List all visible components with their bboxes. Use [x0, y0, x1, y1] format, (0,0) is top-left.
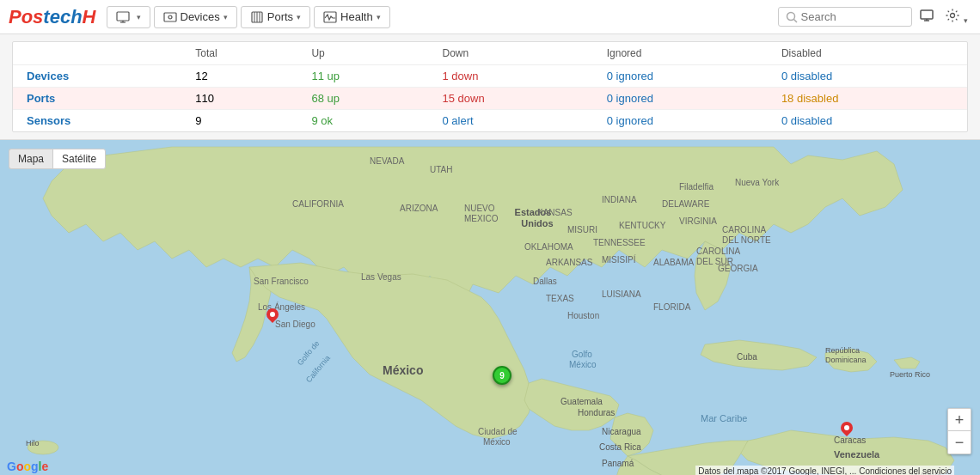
- search-box: [778, 7, 912, 27]
- svg-text:TENNESSEE: TENNESSEE: [593, 238, 646, 247]
- svg-text:San Diego: San Diego: [275, 320, 315, 329]
- col-header-disabled: Disabled: [768, 42, 967, 65]
- svg-text:San Francisco: San Francisco: [254, 277, 309, 286]
- svg-text:VIRGINIA: VIRGINIA: [679, 216, 717, 226]
- svg-text:México: México: [569, 360, 597, 369]
- sensors-row-label[interactable]: Sensors: [13, 110, 181, 132]
- svg-text:Ciudad de: Ciudad de: [478, 427, 518, 436]
- devices-up[interactable]: 11 up: [297, 65, 428, 88]
- ports-disabled[interactable]: 18 disabled: [768, 88, 967, 110]
- svg-text:Dallas: Dallas: [533, 277, 557, 286]
- status-panel: Total Up Down Ignored Disabled Devices 1…: [12, 41, 968, 132]
- zoom-in-button[interactable]: +: [948, 409, 971, 431]
- pin-count-badge: 9: [493, 366, 511, 385]
- map-svg: Estados Unidos NEVADA UTAH CALIFORNIA AR…: [0, 140, 980, 475]
- svg-text:DEL NORTE: DEL NORTE: [722, 235, 771, 245]
- svg-text:Nicaragua: Nicaragua: [602, 427, 641, 436]
- map-tab-mapa[interactable]: Mapa: [9, 149, 52, 169]
- svg-text:Cuba: Cuba: [737, 352, 757, 362]
- svg-text:NEVADA: NEVADA: [370, 156, 405, 166]
- svg-text:República: República: [825, 346, 860, 355]
- sensors-down[interactable]: 0 alert: [429, 110, 593, 132]
- svg-text:ARIZONA: ARIZONA: [400, 204, 438, 213]
- map-tab-satelite[interactable]: Satélite: [52, 149, 106, 169]
- svg-rect-12: [921, 10, 933, 19]
- sensors-total: 9: [181, 110, 297, 132]
- svg-text:Hilo: Hilo: [26, 439, 40, 448]
- ports-nav-label: Ports: [267, 10, 293, 23]
- sensors-up[interactable]: 9 ok: [297, 110, 428, 132]
- svg-rect-3: [164, 13, 176, 21]
- svg-text:México: México: [483, 437, 511, 447]
- ports-chevron: ▾: [297, 13, 301, 21]
- table-row-devices: Devices 12 11 up 1 down 0 ignored 0 disa…: [13, 65, 967, 88]
- table-row-sensors: Sensors 9 9 ok 0 alert 0 ignored 0 disab…: [13, 110, 967, 132]
- devices-disabled[interactable]: 0 disabled: [768, 65, 967, 88]
- svg-text:ALABAMA: ALABAMA: [653, 258, 695, 267]
- ports-dropdown[interactable]: Ports ▾: [241, 6, 310, 28]
- svg-text:Panamá: Panamá: [602, 459, 634, 468]
- svg-text:DELAWARE: DELAWARE: [662, 199, 710, 209]
- zoom-out-button[interactable]: −: [948, 431, 971, 454]
- sensors-disabled[interactable]: 0 disabled: [768, 110, 967, 132]
- health-dropdown[interactable]: Health ▾: [314, 6, 390, 28]
- svg-text:Venezuela: Venezuela: [834, 449, 880, 460]
- ports-total: 110: [181, 88, 297, 110]
- svg-text:LUISIANA: LUISIANA: [602, 289, 641, 299]
- devices-down[interactable]: 1 down: [429, 65, 593, 88]
- settings-icon-btn[interactable]: ▾: [941, 4, 971, 30]
- ports-down[interactable]: 15 down: [429, 88, 593, 110]
- svg-text:Honduras: Honduras: [578, 408, 615, 417]
- map-attribution: Datos del mapa ©2017 Google, INEGI, ... …: [695, 466, 954, 475]
- col-header-ignored: Ignored: [593, 42, 768, 65]
- svg-text:UTAH: UTAH: [430, 165, 452, 174]
- svg-text:Las Vegas: Las Vegas: [361, 272, 401, 282]
- sensors-ignored[interactable]: 0 ignored: [593, 110, 768, 132]
- svg-text:Unidos: Unidos: [521, 218, 553, 228]
- ports-row-label[interactable]: Ports: [13, 88, 181, 110]
- svg-text:TEXAS: TEXAS: [546, 294, 574, 303]
- svg-rect-0: [117, 12, 129, 21]
- svg-text:KENTUCKY: KENTUCKY: [619, 221, 666, 230]
- map-pin-mexico[interactable]: 9: [493, 366, 511, 385]
- map-tab-group: Mapa Satélite: [9, 149, 106, 169]
- svg-text:Dominicana: Dominicana: [825, 356, 867, 364]
- user-icon: [919, 8, 934, 23]
- svg-text:Nueva York: Nueva York: [735, 178, 780, 187]
- svg-point-10: [787, 12, 794, 20]
- svg-text:Golfo: Golfo: [572, 350, 592, 359]
- svg-text:GEORGIA: GEORGIA: [718, 264, 758, 273]
- map-pin-sandiego[interactable]: [266, 308, 279, 326]
- devices-icon: [163, 10, 177, 24]
- ports-up[interactable]: 68 up: [297, 88, 428, 110]
- svg-text:Filadelfia: Filadelfia: [679, 182, 714, 192]
- svg-text:Los Ángeles: Los Ángeles: [258, 301, 305, 312]
- map-container[interactable]: Mapa Satélite Estados: [0, 139, 980, 475]
- svg-text:CAROLINA: CAROLINA: [722, 225, 766, 234]
- col-header-up: Up: [297, 42, 428, 65]
- monitor-dropdown[interactable]: ▾: [107, 6, 150, 28]
- col-header-label: [13, 42, 181, 65]
- brand-logo[interactable]: PostechH: [9, 6, 96, 28]
- devices-row-label[interactable]: Devices: [13, 65, 181, 88]
- svg-text:Puerto Rico: Puerto Rico: [890, 370, 930, 379]
- devices-nav-label: Devices: [181, 10, 220, 23]
- table-row-ports: Ports 110 68 up 15 down 0 ignored 18 dis…: [13, 88, 967, 110]
- devices-ignored[interactable]: 0 ignored: [593, 65, 768, 88]
- svg-text:Houston: Houston: [567, 311, 599, 320]
- svg-text:ARKANSAS: ARKANSAS: [546, 258, 593, 267]
- health-nav-label: Health: [340, 10, 373, 23]
- devices-chevron: ▾: [224, 13, 228, 21]
- settings-icon: [945, 8, 960, 23]
- user-icon-btn[interactable]: [916, 4, 938, 30]
- table-header-row: Total Up Down Ignored Disabled: [13, 42, 967, 65]
- col-header-down: Down: [429, 42, 593, 65]
- svg-text:MISISIPÍ: MISISIPÍ: [602, 254, 636, 265]
- ports-ignored[interactable]: 0 ignored: [593, 88, 768, 110]
- zoom-controls: + −: [947, 408, 971, 454]
- map-pin-caracas[interactable]: [841, 422, 853, 439]
- search-input[interactable]: [801, 10, 904, 23]
- search-icon: [786, 11, 798, 23]
- devices-dropdown[interactable]: Devices ▾: [154, 6, 237, 28]
- svg-text:MEXICO: MEXICO: [464, 214, 499, 223]
